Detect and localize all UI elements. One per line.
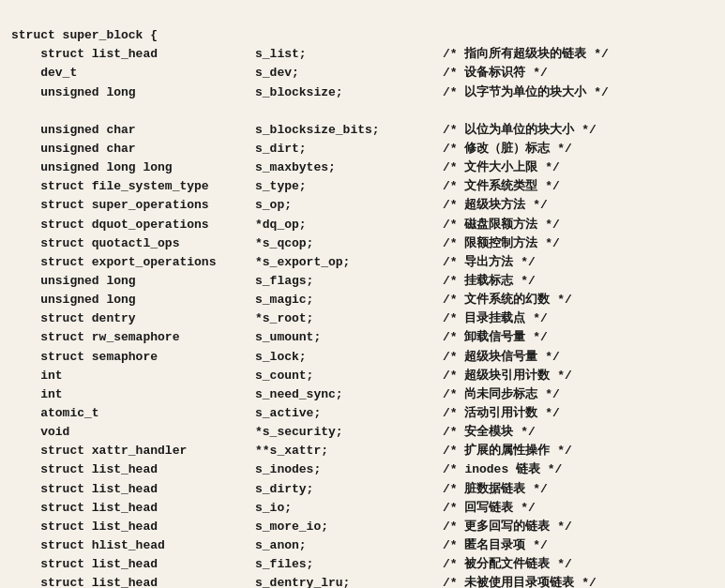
col-comment: /* inodes 链表 */ — [443, 460, 562, 479]
col-field: s_inodes; — [255, 460, 443, 479]
col-type: unsigned char — [11, 121, 255, 140]
col-field: *s_qcop; — [255, 234, 443, 253]
code-container: struct super_block { struct list_heads_l… — [0, 0, 725, 588]
col-field: s_dirty; — [255, 480, 443, 499]
col-field: s_dirt; — [255, 140, 443, 158]
table-row: struct list_heads_io;/* 回写链表 */ — [11, 499, 714, 518]
col-field: *s_security; — [255, 423, 443, 442]
table-row: unsigned long longs_maxbytes;/* 文件大小上限 *… — [11, 158, 714, 177]
table-row: struct dquot_operations*dq_op;/* 磁盘限额方法 … — [11, 216, 714, 234]
col-comment: /* 以位为单位的块大小 */ — [443, 121, 597, 140]
col-type: struct dentry — [11, 309, 255, 328]
col-type: struct list_head — [11, 574, 255, 588]
col-field: s_anon; — [255, 536, 443, 555]
col-field: **s_xattr; — [255, 442, 443, 460]
table-row: struct dentry*s_root;/* 目录挂载点 */ — [11, 309, 714, 328]
col-field: s_active; — [255, 404, 443, 423]
col-comment: /* 未被使用目录项链表 */ — [443, 574, 597, 588]
table-row: struct list_heads_inodes;/* inodes 链表 */ — [11, 460, 714, 479]
col-comment: /* 文件系统类型 */ — [443, 177, 560, 196]
col-comment: /* 安全模块 */ — [443, 423, 536, 442]
col-type: dev_t — [11, 64, 255, 83]
col-field: s_blocksize; — [255, 83, 443, 102]
col-type: struct quotactl_ops — [11, 234, 255, 253]
table-row: void*s_security;/* 安全模块 */ — [11, 423, 714, 442]
table-row: struct xattr_handler**s_xattr;/* 扩展的属性操作… — [11, 442, 714, 460]
col-field: s_umount; — [255, 328, 443, 347]
col-field: s_list; — [255, 45, 443, 64]
table-row: struct list_heads_list;/* 指向所有超级块的链表 */ — [11, 45, 714, 64]
col-field: s_lock; — [255, 348, 443, 367]
col-field: *s_root; — [255, 309, 443, 328]
col-field: s_io; — [255, 499, 443, 518]
table-row: struct semaphores_lock;/* 超级块信号量 */ — [11, 348, 714, 367]
col-field: s_op; — [255, 196, 443, 215]
table-row: ints_need_sync;/* 尚未同步标志 */ — [11, 385, 714, 404]
table-row: struct hlist_heads_anon;/* 匿名目录项 */ — [11, 536, 714, 555]
col-field: *dq_op; — [255, 216, 443, 234]
col-type: struct dquot_operations — [11, 216, 255, 234]
col-field: s_count; — [255, 367, 443, 385]
table-row: struct list_heads_dentry_lru;/* 未被使用目录项链… — [11, 574, 714, 588]
col-comment: /* 挂载标志 */ — [443, 272, 536, 291]
col-comment: /* 超级块引用计数 */ — [443, 367, 572, 385]
col-type: struct rw_semaphore — [11, 328, 255, 347]
col-type: struct list_head — [11, 480, 255, 499]
table-row: struct super_block { — [11, 26, 714, 45]
col-field: s_files; — [255, 555, 443, 574]
col-field: s_maxbytes; — [255, 158, 443, 177]
table-row: struct list_heads_dirty;/* 脏数据链表 */ — [11, 480, 714, 499]
col-field: s_dev; — [255, 64, 443, 83]
col-type: struct list_head — [11, 460, 255, 479]
col-comment: /* 文件大小上限 */ — [443, 158, 560, 177]
col-type: unsigned long — [11, 83, 255, 102]
col-type: unsigned long — [11, 291, 255, 309]
col-field: s_blocksize_bits; — [255, 121, 443, 140]
table-row: unsigned longs_flags;/* 挂载标志 */ — [11, 272, 714, 291]
table-row: struct list_heads_more_io;/* 更多回写的链表 */ — [11, 518, 714, 536]
table-row: struct rw_semaphores_umount;/* 卸载信号量 */ — [11, 328, 714, 347]
col-comment: /* 限额控制方法 */ — [443, 234, 560, 253]
col-type: struct list_head — [11, 518, 255, 536]
col-type: struct semaphore — [11, 348, 255, 367]
col-field: s_dentry_lru; — [255, 574, 443, 588]
col-field: s_type; — [255, 177, 443, 196]
col-type: struct list_head — [11, 45, 255, 64]
col-field: s_magic; — [255, 291, 443, 309]
col-comment: /* 扩展的属性操作 */ — [443, 442, 572, 460]
table-row: struct super_operationss_op;/* 超级块方法 */ — [11, 196, 714, 215]
col-type: void — [11, 423, 255, 442]
col-field: s_flags; — [255, 272, 443, 291]
table-row: unsigned chars_blocksize_bits;/* 以位为单位的块… — [11, 121, 714, 140]
table-row: struct export_operations*s_export_op;/* … — [11, 253, 714, 272]
table-row: struct file_system_types_type;/* 文件系统类型 … — [11, 177, 714, 196]
col-type: struct hlist_head — [11, 536, 255, 555]
col-comment: /* 被分配文件链表 */ — [443, 555, 572, 574]
col-type: struct list_head — [11, 555, 255, 574]
table-row — [11, 102, 714, 121]
col-type: struct file_system_type — [11, 177, 255, 196]
col-comment: /* 卸载信号量 */ — [443, 328, 548, 347]
col-type: unsigned long — [11, 272, 255, 291]
col-comment: /* 设备标识符 */ — [443, 64, 548, 83]
col-comment: /* 活动引用计数 */ — [443, 404, 560, 423]
col-type: int — [11, 385, 255, 404]
col-comment: /* 回写链表 */ — [443, 499, 536, 518]
table-row: atomic_ts_active;/* 活动引用计数 */ — [11, 404, 714, 423]
col-type: struct list_head — [11, 499, 255, 518]
col-comment: /* 超级块方法 */ — [443, 196, 548, 215]
header-line: struct super_block { — [11, 26, 158, 45]
col-comment: /* 脏数据链表 */ — [443, 480, 548, 499]
col-comment: /* 匿名目录项 */ — [443, 536, 548, 555]
col-type: struct xattr_handler — [11, 442, 255, 460]
col-comment: /* 导出方法 */ — [443, 253, 536, 272]
col-comment: /* 磁盘限额方法 */ — [443, 216, 560, 234]
table-row: struct list_heads_files;/* 被分配文件链表 */ — [11, 555, 714, 574]
col-comment: /* 修改（脏）标志 */ — [443, 140, 572, 158]
table-row: unsigned longs_blocksize;/* 以字节为单位的块大小 *… — [11, 83, 714, 102]
table-row: unsigned chars_dirt;/* 修改（脏）标志 */ — [11, 140, 714, 158]
col-comment: /* 指向所有超级块的链表 */ — [443, 45, 609, 64]
col-field: s_need_sync; — [255, 385, 443, 404]
table-row: struct quotactl_ops*s_qcop;/* 限额控制方法 */ — [11, 234, 714, 253]
col-type: struct super_operations — [11, 196, 255, 215]
